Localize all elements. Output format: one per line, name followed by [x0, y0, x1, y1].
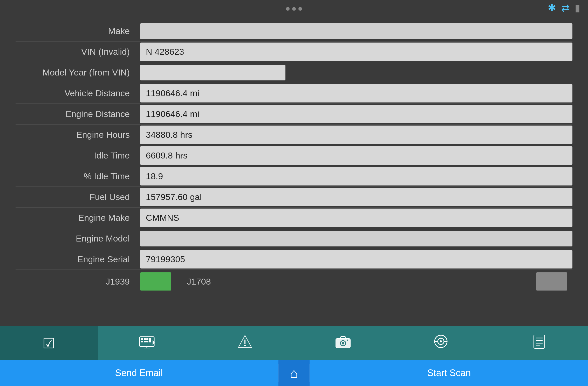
dot-1: [286, 7, 290, 11]
fuel-used-row: Fuel Used 157957.60 gal: [16, 187, 572, 208]
svg-rect-4: [141, 341, 143, 342]
engine-hours-label: Engine Hours: [16, 130, 140, 140]
top-bar: ✱ ⇄ ▮: [0, 0, 588, 16]
home-button[interactable]: ⌂: [278, 360, 310, 386]
vehicle-distance-row: Vehicle Distance 1190646.4 mi: [16, 83, 572, 104]
engine-make-value[interactable]: CMMNS: [140, 209, 572, 227]
svg-point-18: [342, 342, 344, 344]
nav-checklist[interactable]: ☑: [0, 326, 98, 360]
top-dots: [286, 7, 302, 11]
pct-idle-time-value[interactable]: 18.9: [140, 167, 572, 185]
nav-faults[interactable]: [196, 326, 294, 360]
vehicle-distance-label: Vehicle Distance: [16, 88, 140, 98]
nav-camera[interactable]: [294, 326, 392, 360]
model-year-label: Model Year (from VIN): [16, 67, 140, 78]
tires-icon: [434, 334, 448, 352]
engine-distance-label: Engine Distance: [16, 109, 140, 119]
engine-make-row: Engine Make CMMNS: [16, 208, 572, 228]
make-label: Make: [16, 26, 140, 36]
dot-2: [292, 7, 296, 11]
engine-make-label: Engine Make: [16, 213, 140, 223]
engine-model-value[interactable]: [140, 231, 572, 246]
fuel-used-value[interactable]: 157957.60 gal: [140, 188, 572, 206]
svg-rect-2: [144, 338, 146, 340]
svg-rect-27: [534, 335, 545, 348]
vin-row: VIN (Invalid) N 428623: [16, 42, 572, 62]
engine-model-row: Engine Model: [16, 228, 572, 249]
svg-point-22: [440, 340, 442, 342]
vin-label: VIN (Invalid): [16, 47, 140, 57]
model-year-row: Model Year (from VIN): [16, 62, 572, 83]
send-email-button[interactable]: Send Email: [0, 360, 278, 386]
notes-icon: [533, 334, 546, 352]
dot-3: [298, 7, 302, 11]
j1708-label: J1708: [182, 277, 536, 287]
faults-icon: [238, 334, 252, 352]
engine-model-label: Engine Model: [16, 233, 140, 244]
svg-rect-1: [141, 338, 143, 340]
engine-serial-label: Engine Serial: [16, 254, 140, 264]
home-icon: ⌂: [290, 365, 298, 381]
make-value[interactable]: [140, 23, 572, 39]
status-icons: ✱ ⇄ ▮: [548, 2, 580, 13]
engine-hours-row: Engine Hours 34880.8 hrs: [16, 125, 572, 145]
idle-time-label: Idle Time: [16, 150, 140, 161]
engine-hours-value[interactable]: 34880.8 hrs: [140, 126, 572, 144]
nav-diagnostics[interactable]: [98, 326, 196, 360]
j1939-toggle[interactable]: [140, 272, 171, 291]
engine-distance-value[interactable]: 1190646.4 mi: [140, 105, 572, 123]
svg-rect-19: [347, 340, 348, 341]
nav-tires[interactable]: [392, 326, 490, 360]
model-year-value[interactable]: [140, 65, 285, 80]
signal-icon: ⇄: [561, 2, 570, 13]
battery-icon: ▮: [575, 2, 580, 13]
svg-rect-3: [146, 338, 148, 340]
bottom-nav: ☑: [0, 326, 588, 360]
vehicle-distance-value[interactable]: 1190646.4 mi: [140, 84, 572, 102]
make-row: Make: [16, 21, 572, 42]
svg-rect-7: [149, 338, 151, 342]
engine-serial-row: Engine Serial 79199305: [16, 249, 572, 270]
j-toggle-area: J1708: [140, 272, 572, 291]
svg-point-14: [244, 345, 246, 346]
idle-time-row: Idle Time 6609.8 hrs: [16, 145, 572, 166]
idle-time-value[interactable]: 6609.8 hrs: [140, 146, 572, 165]
j1939-label: J1939: [16, 277, 140, 287]
j1708-toggle[interactable]: [536, 272, 567, 291]
pct-idle-time-row: % Idle Time 18.9: [16, 166, 572, 187]
bluetooth-icon: ✱: [548, 2, 556, 13]
svg-rect-6: [146, 341, 148, 342]
nav-notes[interactable]: [490, 326, 588, 360]
action-bar: Send Email ⌂ Start Scan: [0, 360, 588, 386]
svg-rect-5: [144, 341, 146, 342]
checklist-icon: ☑: [42, 335, 55, 352]
start-scan-button[interactable]: Start Scan: [310, 360, 588, 386]
fuel-used-label: Fuel Used: [16, 192, 140, 202]
camera-icon: [335, 335, 351, 352]
j1939-row: J1939 J1708: [16, 270, 572, 293]
engine-serial-value[interactable]: 79199305: [140, 250, 572, 268]
pct-idle-time-label: % Idle Time: [16, 171, 140, 181]
vin-value[interactable]: N 428623: [140, 43, 572, 61]
engine-distance-row: Engine Distance 1190646.4 mi: [16, 104, 572, 125]
diagnostics-icon: [139, 335, 155, 352]
content-area: Make VIN (Invalid) N 428623 Model Year (…: [0, 16, 588, 326]
